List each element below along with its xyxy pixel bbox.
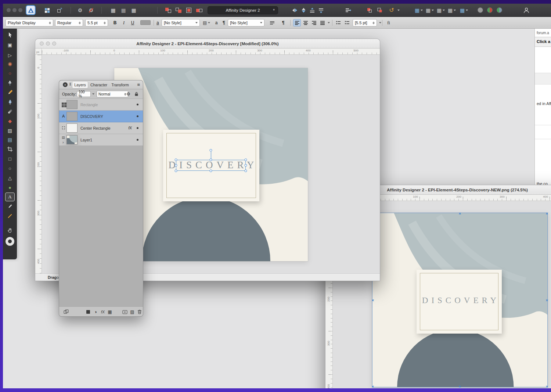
adjustment-button[interactable]: ◑ bbox=[92, 309, 99, 315]
transparency-tool[interactable]: ▨ bbox=[5, 126, 15, 135]
tab-layers[interactable]: Layers bbox=[72, 82, 88, 88]
leading-select[interactable]: [5.5 pt] bbox=[353, 19, 377, 26]
rectangle-tool[interactable]: □ bbox=[5, 154, 15, 163]
selection-handle[interactable]: × bbox=[372, 298, 374, 302]
layer-thumbnail[interactable] bbox=[66, 112, 78, 121]
custom-shape-tool[interactable]: ● bbox=[5, 183, 15, 192]
font-size-input[interactable]: 5.5 pt bbox=[85, 19, 108, 26]
layer-name[interactable]: Rectangle bbox=[80, 99, 98, 111]
layer-visibility-dot[interactable] bbox=[137, 139, 138, 141]
bold-button[interactable]: B bbox=[111, 19, 119, 26]
selection-handle[interactable]: × bbox=[372, 385, 374, 389]
lock-icon[interactable] bbox=[134, 92, 138, 97]
layer-thumbnail[interactable] bbox=[66, 135, 78, 144]
arrange-back-icon[interactable] bbox=[375, 6, 384, 14]
tab-character[interactable]: Character bbox=[89, 82, 109, 88]
snapping-toggle-icon[interactable]: ▦ bbox=[413, 6, 424, 14]
color-wheel[interactable] bbox=[5, 236, 15, 247]
pencil-tool[interactable] bbox=[5, 88, 15, 97]
layer-name[interactable]: Layer1 bbox=[80, 134, 92, 146]
color-profile-green-red-icon[interactable] bbox=[487, 7, 493, 13]
font-family-select[interactable]: Playfair Display bbox=[6, 19, 53, 26]
flip-horizontal-icon[interactable] bbox=[290, 6, 299, 14]
edit-grid-icon[interactable]: ▦ bbox=[119, 6, 128, 14]
move-forward-icon[interactable] bbox=[308, 6, 317, 14]
ellipse-tool[interactable]: ○ bbox=[5, 164, 15, 173]
blend-mode-select[interactable]: Normal bbox=[97, 91, 128, 97]
expand-chevron-icon[interactable]: › bbox=[62, 140, 64, 144]
snap-option-icon-2[interactable]: ▦ bbox=[435, 6, 446, 14]
align-center-button[interactable] bbox=[302, 19, 309, 26]
layer-effects-button[interactable]: fX bbox=[100, 309, 106, 315]
alignment-icon[interactable] bbox=[344, 6, 353, 14]
panel-close-icon[interactable]: × bbox=[63, 82, 68, 87]
text-ruler-button[interactable] bbox=[268, 19, 276, 26]
text-color-swatch[interactable] bbox=[140, 20, 151, 25]
arrange-front-icon[interactable] bbox=[365, 6, 374, 14]
snap-option-icon-4[interactable]: ▦ bbox=[458, 6, 469, 14]
window-close-button[interactable] bbox=[40, 42, 44, 46]
duplicate-layer-button[interactable] bbox=[63, 309, 69, 315]
panel-pin-icon[interactable]: ‖ bbox=[69, 82, 71, 86]
move-tool[interactable] bbox=[5, 30, 15, 39]
align-justify-button[interactable] bbox=[318, 19, 326, 26]
selection-handle[interactable]: × bbox=[546, 385, 548, 389]
mask-layer-button[interactable]: ▨ bbox=[129, 309, 136, 315]
artwork-canvas[interactable]: DISCOVERY bbox=[114, 68, 308, 261]
ligatures-button[interactable]: fi bbox=[384, 19, 393, 26]
underline-button[interactable]: U bbox=[129, 19, 137, 26]
window-zoom-button[interactable] bbox=[18, 8, 22, 12]
layer-visibility-dot[interactable] bbox=[137, 104, 138, 105]
place-image-tool[interactable]: ▤ bbox=[5, 135, 15, 144]
text-selection-box[interactable] bbox=[176, 160, 246, 171]
flip-vertical-icon[interactable] bbox=[299, 6, 308, 14]
selection-handle[interactable]: × bbox=[459, 385, 461, 389]
affinity-designer-app-icon[interactable] bbox=[26, 5, 36, 15]
insert-behind-icon[interactable] bbox=[164, 6, 173, 14]
layer-name[interactable]: DISCOVERY bbox=[80, 111, 103, 122]
font-style-select[interactable]: Regular bbox=[55, 19, 83, 26]
rotation-handle[interactable] bbox=[210, 149, 212, 152]
bullet-list-button[interactable] bbox=[334, 19, 342, 26]
snap-option-icon-3[interactable]: ▦ bbox=[446, 6, 457, 14]
selection-handle[interactable] bbox=[245, 159, 247, 161]
window-titlebar[interactable]: Affinity Designer 2 - EPI-Element-4Steps… bbox=[35, 39, 380, 48]
align-right-button[interactable] bbox=[310, 19, 318, 26]
layer-settings-gear-icon[interactable]: ⚙ bbox=[126, 91, 130, 97]
window-zoom-button[interactable] bbox=[52, 42, 56, 46]
layer-name[interactable]: Center Rectangle bbox=[80, 122, 111, 134]
panel-menu-icon[interactable]: ≡ bbox=[137, 82, 140, 87]
preferences-gear-icon[interactable]: ⚙ bbox=[76, 6, 84, 14]
pixel-brush-tool[interactable]: ◆ bbox=[5, 116, 15, 125]
artistic-text-tool[interactable]: A bbox=[5, 193, 15, 201]
browser-link-fragment[interactable]: Click a bbox=[537, 39, 550, 44]
export-persona-icon[interactable] bbox=[55, 6, 64, 14]
selection-handle[interactable] bbox=[210, 170, 212, 172]
view-hand-tool[interactable] bbox=[5, 226, 15, 235]
tab-transform[interactable]: Transform bbox=[109, 82, 131, 88]
live-filter-button[interactable]: ▦ bbox=[107, 309, 113, 315]
italic-button[interactable]: I bbox=[120, 19, 128, 26]
window-minimize-button[interactable] bbox=[46, 42, 50, 46]
leading-caret-icon[interactable] bbox=[379, 22, 381, 24]
layer-row-layer1[interactable]: ▤ › Layer1 bbox=[59, 134, 143, 146]
document-switcher[interactable]: Affinity Designer 2 * bbox=[208, 6, 278, 14]
node-tool[interactable]: ▷ bbox=[5, 51, 15, 60]
layer-visibility-dot[interactable] bbox=[137, 115, 138, 117]
move-backward-icon[interactable] bbox=[317, 6, 325, 14]
history-dropdown-caret-icon[interactable] bbox=[397, 10, 400, 11]
color-profile-gray-icon[interactable] bbox=[478, 7, 483, 13]
layer-thumbnail[interactable] bbox=[66, 100, 78, 109]
selection-handle[interactable] bbox=[245, 170, 247, 172]
snapping-options-gear-icon[interactable]: ⚙ bbox=[87, 6, 96, 14]
selection-handle[interactable]: × bbox=[459, 212, 461, 216]
account-button[interactable] bbox=[522, 6, 531, 14]
selection-handle[interactable] bbox=[175, 164, 177, 167]
insert-inside-icon[interactable] bbox=[184, 6, 193, 14]
selection-handle[interactable]: × bbox=[546, 298, 548, 302]
window-minimize-button[interactable] bbox=[12, 8, 17, 12]
selection-handle[interactable] bbox=[245, 164, 247, 167]
justify-options-caret-icon[interactable] bbox=[328, 22, 330, 24]
layer-row-rectangle[interactable]: Rectangle bbox=[59, 99, 143, 111]
point-transform-tool[interactable]: ◉ bbox=[5, 59, 15, 68]
